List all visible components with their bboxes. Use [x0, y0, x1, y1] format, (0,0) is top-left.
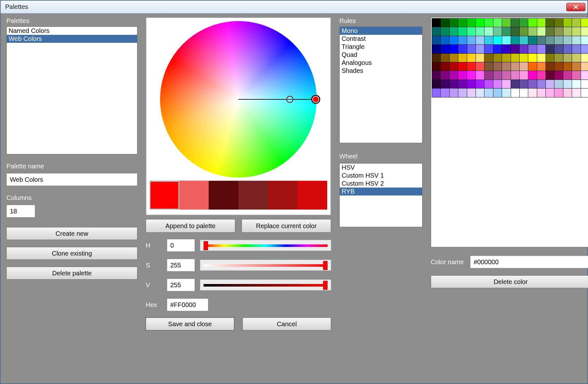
color-cell[interactable] — [450, 88, 458, 97]
palettes-list-item[interactable]: Named Colors — [7, 27, 137, 35]
color-cell[interactable] — [546, 36, 554, 44]
wheel-handle-outer[interactable] — [311, 95, 320, 104]
color-cell[interactable] — [546, 54, 554, 62]
color-cell[interactable] — [467, 88, 476, 97]
color-cell[interactable] — [572, 36, 580, 44]
color-cell[interactable] — [554, 71, 563, 79]
color-cell[interactable] — [520, 27, 528, 35]
color-cell[interactable] — [441, 88, 449, 97]
color-cell[interactable] — [441, 27, 449, 35]
color-cell[interactable] — [484, 36, 493, 44]
color-cell[interactable] — [476, 27, 484, 35]
color-cell[interactable] — [441, 19, 449, 27]
color-cell[interactable] — [493, 54, 502, 62]
color-wheel[interactable] — [155, 21, 321, 178]
color-cell[interactable] — [511, 19, 519, 27]
color-cell[interactable] — [511, 80, 519, 88]
color-cell[interactable] — [450, 36, 458, 44]
color-cell[interactable] — [554, 88, 563, 97]
color-cell[interactable] — [476, 80, 484, 88]
color-cell[interactable] — [484, 80, 493, 88]
color-cell[interactable] — [520, 19, 528, 27]
color-cell[interactable] — [502, 36, 510, 44]
color-cell[interactable] — [520, 71, 528, 79]
delete-palette-button[interactable]: Delete palette — [6, 267, 137, 280]
replace-current-color-button[interactable]: Replace current color — [242, 219, 331, 233]
color-cell[interactable] — [581, 62, 588, 71]
color-cell[interactable] — [563, 27, 572, 35]
color-cell[interactable] — [563, 19, 572, 27]
color-cell[interactable] — [484, 45, 493, 53]
color-cell[interactable] — [467, 36, 476, 44]
color-cell[interactable] — [476, 62, 484, 71]
color-cell[interactable] — [467, 54, 476, 62]
color-name-input[interactable] — [470, 256, 588, 268]
color-cell[interactable] — [563, 88, 572, 97]
color-cell[interactable] — [572, 71, 580, 79]
color-cell[interactable] — [484, 27, 493, 35]
v-slider[interactable] — [200, 280, 331, 290]
color-cell[interactable] — [554, 27, 563, 35]
color-cell[interactable] — [458, 54, 467, 62]
color-cell[interactable] — [467, 71, 476, 79]
color-cell[interactable] — [502, 62, 510, 71]
color-cell[interactable] — [493, 71, 502, 79]
color-cell[interactable] — [450, 71, 458, 79]
color-cell[interactable] — [546, 62, 554, 71]
color-cell[interactable] — [432, 19, 440, 27]
color-cell[interactable] — [450, 62, 458, 71]
color-cell[interactable] — [458, 45, 467, 53]
color-cell[interactable] — [563, 45, 572, 53]
color-cell[interactable] — [511, 71, 519, 79]
color-cell[interactable] — [450, 54, 458, 62]
color-cell[interactable] — [581, 71, 588, 79]
color-cell[interactable] — [450, 45, 458, 53]
color-cell[interactable] — [572, 62, 580, 71]
color-cell[interactable] — [458, 71, 467, 79]
rules-listbox[interactable]: MonoContrastTriangleQuadAnalogousShades — [339, 27, 422, 143]
scheme-swatch[interactable] — [209, 181, 238, 210]
color-cell[interactable] — [458, 27, 467, 35]
color-cell[interactable] — [546, 88, 554, 97]
color-cell[interactable] — [537, 71, 545, 79]
color-cell[interactable] — [581, 88, 588, 97]
color-cell[interactable] — [467, 80, 476, 88]
color-cell[interactable] — [484, 54, 493, 62]
delete-color-button[interactable]: Delete color — [431, 275, 588, 288]
color-cell[interactable] — [528, 80, 537, 88]
color-cell[interactable] — [546, 19, 554, 27]
color-cell[interactable] — [546, 71, 554, 79]
color-cell[interactable] — [528, 88, 537, 97]
color-cell[interactable] — [441, 36, 449, 44]
color-cell[interactable] — [528, 36, 537, 44]
color-cell[interactable] — [572, 45, 580, 53]
s-slider[interactable] — [200, 260, 331, 271]
color-cell[interactable] — [581, 80, 588, 88]
color-cell[interactable] — [493, 36, 502, 44]
color-cell[interactable] — [511, 54, 519, 62]
wheel-list-item[interactable]: Custom HSV 1 — [340, 172, 422, 180]
color-cell[interactable] — [476, 54, 484, 62]
cancel-button[interactable]: Cancel — [243, 318, 331, 330]
color-cell[interactable] — [502, 19, 510, 27]
color-cell[interactable] — [476, 36, 484, 44]
color-cell[interactable] — [554, 54, 563, 62]
color-cell[interactable] — [502, 45, 510, 53]
color-cell[interactable] — [484, 19, 493, 27]
color-cell[interactable] — [537, 45, 545, 53]
color-cell[interactable] — [520, 45, 528, 53]
color-cell[interactable] — [450, 80, 458, 88]
h-slider[interactable] — [200, 240, 331, 251]
color-cell[interactable] — [511, 88, 519, 97]
color-cell[interactable] — [520, 36, 528, 44]
color-cell[interactable] — [581, 27, 588, 35]
color-cell[interactable] — [502, 71, 510, 79]
color-cell[interactable] — [528, 54, 537, 62]
color-cell[interactable] — [432, 80, 440, 88]
v-input[interactable] — [167, 279, 195, 291]
color-cell[interactable] — [563, 71, 572, 79]
color-cell[interactable] — [476, 71, 484, 79]
color-cell[interactable] — [554, 36, 563, 44]
color-cell[interactable] — [493, 88, 502, 97]
palettes-list-item[interactable]: Web Colors — [7, 35, 137, 43]
